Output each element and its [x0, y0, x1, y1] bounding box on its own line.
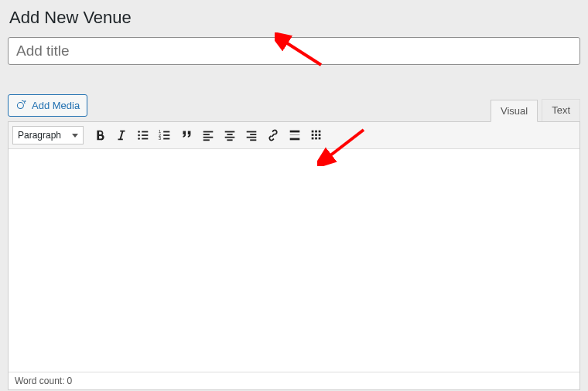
toolbar-toggle-icon[interactable]	[306, 125, 326, 145]
svg-rect-11	[163, 134, 169, 136]
page-title: Add New Venue	[9, 8, 580, 28]
read-more-icon[interactable]	[285, 125, 305, 145]
svg-rect-18	[225, 131, 235, 133]
link-icon[interactable]	[263, 125, 283, 145]
word-count-label: Word count:	[15, 376, 64, 386]
blockquote-icon[interactable]	[176, 125, 197, 145]
svg-rect-24	[247, 137, 257, 138]
format-select-label: Paragraph	[18, 130, 61, 141]
italic-icon[interactable]	[111, 125, 132, 145]
svg-rect-15	[203, 134, 210, 135]
svg-rect-30	[315, 131, 317, 133]
format-select[interactable]: Paragraph	[12, 126, 84, 144]
svg-rect-27	[290, 134, 300, 135]
word-count-value: 0	[67, 376, 72, 386]
svg-rect-3	[142, 131, 148, 133]
svg-rect-5	[142, 134, 148, 136]
svg-rect-23	[250, 134, 256, 135]
editor-toolbar: Paragraph 123	[9, 122, 579, 149]
add-media-label: Add Media	[32, 100, 80, 111]
tab-visual[interactable]: Visual	[491, 100, 538, 122]
tab-text[interactable]: Text	[542, 99, 580, 121]
svg-point-0	[17, 103, 23, 109]
align-center-icon[interactable]	[220, 125, 240, 145]
svg-rect-29	[312, 131, 314, 133]
media-icon	[15, 98, 28, 113]
svg-rect-28	[290, 138, 300, 141]
bulleted-list-icon[interactable]	[133, 125, 153, 145]
svg-point-1	[24, 100, 26, 102]
svg-rect-13	[163, 138, 169, 140]
content-editor[interactable]	[9, 149, 579, 372]
svg-point-6	[138, 138, 140, 140]
svg-rect-34	[319, 134, 321, 136]
editor-tabs: Visual Text	[487, 99, 580, 121]
svg-rect-33	[315, 134, 317, 136]
svg-rect-21	[227, 139, 232, 141]
editor-statusbar: Word count: 0	[9, 372, 579, 389]
svg-rect-16	[203, 137, 214, 138]
bold-icon[interactable]	[90, 125, 110, 145]
svg-point-4	[138, 134, 140, 137]
numbered-list-icon[interactable]: 123	[155, 125, 175, 145]
svg-rect-26	[290, 131, 300, 133]
align-left-icon[interactable]	[198, 125, 218, 145]
svg-rect-32	[312, 134, 314, 136]
svg-rect-9	[163, 131, 169, 133]
add-media-button[interactable]: Add Media	[8, 94, 87, 117]
svg-text:3: 3	[159, 136, 161, 141]
align-right-icon[interactable]	[241, 125, 262, 145]
svg-rect-20	[225, 137, 235, 138]
svg-rect-31	[319, 131, 321, 133]
svg-rect-7	[142, 138, 148, 140]
svg-rect-37	[319, 138, 321, 140]
svg-rect-25	[250, 139, 256, 141]
svg-rect-17	[203, 139, 210, 141]
svg-rect-35	[312, 138, 314, 140]
title-input[interactable]	[8, 37, 580, 65]
svg-rect-14	[203, 131, 214, 133]
editor-container: Paragraph 123	[8, 121, 580, 390]
chevron-down-icon	[72, 134, 78, 138]
svg-point-2	[138, 131, 140, 133]
svg-rect-36	[315, 138, 317, 140]
svg-rect-19	[227, 134, 232, 135]
svg-rect-22	[247, 131, 257, 133]
